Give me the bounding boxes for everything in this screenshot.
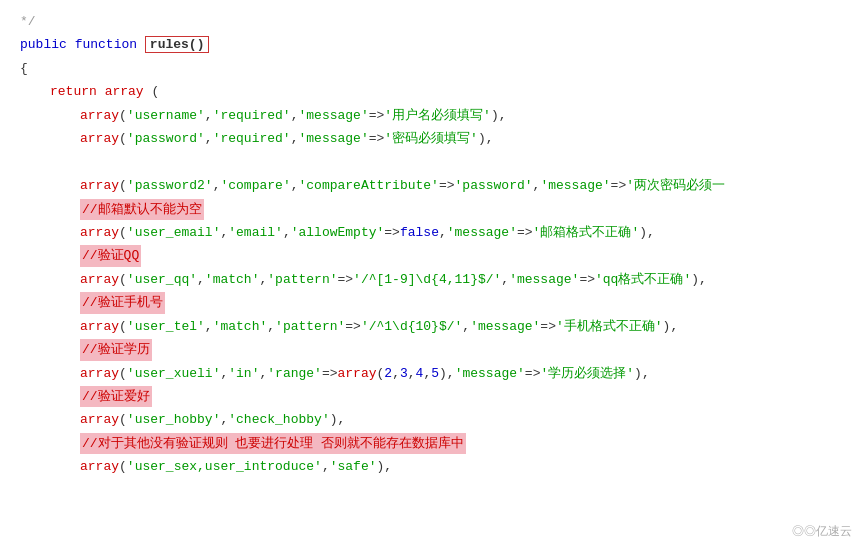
code-container: */ public function rules() { return arra… — [0, 0, 868, 552]
comment-other: //对于其他没有验证规则 也要进行处理 否则就不能存在数据库中 — [0, 432, 868, 455]
comment-text-phone: //验证手机号 — [80, 292, 165, 313]
line-user-qq: array('user_qq','match','pattern'=>'/^[1… — [0, 268, 868, 291]
comment-text-qq: //验证QQ — [80, 245, 141, 266]
function-name: rules() — [150, 37, 205, 52]
line-password: array('password','required','message'=>'… — [0, 127, 868, 150]
keyword-function: function — [75, 37, 137, 52]
top-comment: */ — [20, 14, 36, 29]
keyword-array-return: array — [105, 84, 144, 99]
keyword-return: return — [50, 84, 97, 99]
comment-education: //验证学历 — [0, 338, 868, 361]
line-password2: array('password2','compare','compareAttr… — [0, 174, 868, 197]
line-user-hobby: array('user_hobby','check_hobby'), — [0, 408, 868, 431]
keyword-public: public — [20, 37, 67, 52]
watermark-icon: ◎ — [792, 524, 804, 538]
line-username: array('username','required','message'=>'… — [0, 104, 868, 127]
comment-text-other: //对于其他没有验证规则 也要进行处理 否则就不能存在数据库中 — [80, 433, 466, 454]
paren: ( — [151, 84, 159, 99]
watermark: ◎◎亿速云 — [792, 523, 852, 540]
return-array-line: return array ( — [0, 80, 868, 103]
line-user-tel: array('user_tel','match','pattern'=>'/^1… — [0, 315, 868, 338]
top-comment-line: */ — [0, 10, 868, 33]
comment-text-email-default: //邮箱默认不能为空 — [80, 199, 204, 220]
comment-email-default: //邮箱默认不能为空 — [0, 198, 868, 221]
line-user-email: array('user_email','email','allowEmpty'=… — [0, 221, 868, 244]
comment-phone: //验证手机号 — [0, 291, 868, 314]
comment-text-education: //验证学历 — [80, 339, 152, 360]
open-brace: { — [20, 61, 28, 76]
comment-qq: //验证QQ — [0, 244, 868, 267]
blank-line-1 — [0, 151, 868, 174]
function-name-box: rules() — [145, 36, 210, 53]
open-brace-line: { — [0, 57, 868, 80]
comment-text-hobby: //验证爱好 — [80, 386, 152, 407]
comment-hobby: //验证爱好 — [0, 385, 868, 408]
line-user-sex-introduce: array('user_sex,user_introduce','safe'), — [0, 455, 868, 478]
function-declaration-line: public function rules() — [0, 33, 868, 56]
line-user-xueli: array('user_xueli','in','range'=>array(2… — [0, 362, 868, 385]
watermark-text: ◎亿速云 — [804, 524, 852, 538]
